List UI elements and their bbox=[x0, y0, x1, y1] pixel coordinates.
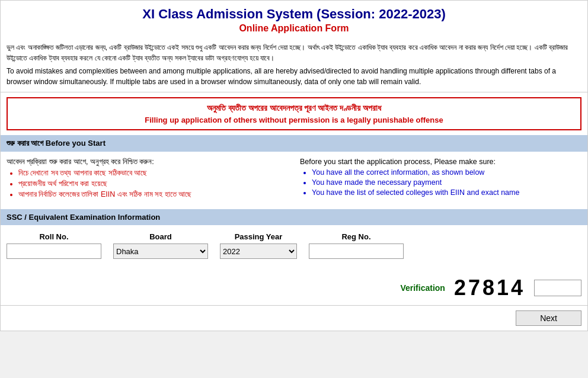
right-items-list: You have all the correct information, as… bbox=[312, 168, 581, 197]
regno-label: Reg No. bbox=[341, 232, 370, 241]
header: XI Class Admission System (Session: 2022… bbox=[1, 1, 587, 37]
warning-box: অনুমতি ব্যতীত অপরের আবেদনপত্র পূরণ আইনত … bbox=[7, 97, 581, 130]
board-select[interactable]: DhakaRajshahiComillaJessoreChittagongBar… bbox=[113, 244, 208, 259]
roll-field: Roll No. bbox=[7, 232, 101, 259]
regno-input[interactable] bbox=[309, 244, 404, 259]
ssc-section-header: SSC / Equivalent Examination Information bbox=[1, 209, 587, 225]
left-intro: আবেদন প্রক্রিয়া শুরু করার আগে, অনুগ্রহ … bbox=[7, 158, 288, 166]
notice-section: ভুল এবং অনাকাঙ্ক্ষিত জটিলতা এড়ানোর জন্য… bbox=[1, 37, 587, 92]
year-label: Passing Year bbox=[235, 232, 283, 241]
board-label: Board bbox=[149, 232, 172, 241]
footer: Next bbox=[1, 305, 587, 331]
before-start-left: আবেদন প্রক্রিয়া শুরু করার আগে, অনুগ্রহ … bbox=[7, 158, 288, 201]
roll-label: Roll No. bbox=[39, 232, 68, 241]
board-field: Board DhakaRajshahiComillaJessoreChittag… bbox=[113, 232, 208, 259]
before-start-right: Before you start the application process… bbox=[300, 158, 581, 201]
captcha-input[interactable] bbox=[534, 280, 581, 296]
warning-english: Filling up application of others without… bbox=[12, 116, 576, 124]
right-item-2: You have made the necessary payment bbox=[312, 178, 581, 187]
year-field: Passing Year 20222021202020192018 bbox=[220, 232, 297, 259]
captcha-display: 27814 bbox=[454, 276, 525, 300]
regno-field: Reg No. bbox=[309, 232, 404, 259]
page-wrapper: XI Class Admission System (Session: 2022… bbox=[0, 0, 588, 331]
verification-label: Verification bbox=[400, 283, 445, 293]
before-start-header: শুরু করার আগে Before you Start bbox=[1, 135, 587, 152]
roll-input[interactable] bbox=[7, 244, 101, 259]
left-item-1: নিচে দেখানো সব তথ্য আপনার কাছে সঠিকভাবে … bbox=[18, 169, 288, 178]
page-title: XI Class Admission System (Session: 2022… bbox=[4, 7, 584, 22]
next-button[interactable]: Next bbox=[516, 310, 581, 326]
left-item-3: আপনার নির্বাচিত কলেজের তালিকা EIIN এবং স… bbox=[18, 190, 288, 199]
verification-area: Verification 27814 bbox=[1, 271, 587, 305]
left-items-list: নিচে দেখানো সব তথ্য আপনার কাছে সঠিকভাবে … bbox=[18, 169, 288, 199]
ssc-form: Roll No. Board DhakaRajshahiComillaJesso… bbox=[1, 225, 587, 271]
warning-bangla: অনুমতি ব্যতীত অপরের আবেদনপত্র পূরণ আইনত … bbox=[12, 103, 576, 113]
right-intro: Before you start the application process… bbox=[300, 158, 581, 166]
notice-bangla: ভুল এবং অনাকাঙ্ক্ষিত জটিলতা এড়ানোর জন্য… bbox=[7, 42, 581, 63]
page-subtitle: Online Application Form bbox=[4, 23, 584, 34]
year-select[interactable]: 20222021202020192018 bbox=[220, 244, 297, 259]
notice-english: To avoid mistakes and complexities betwe… bbox=[7, 66, 581, 87]
before-start-section: আবেদন প্রক্রিয়া শুরু করার আগে, অনুগ্রহ … bbox=[1, 152, 587, 207]
ssc-form-row: Roll No. Board DhakaRajshahiComillaJesso… bbox=[7, 232, 581, 259]
left-item-2: প্রয়োজনীয় অর্থ পরিশোধ করা হয়েছে bbox=[18, 180, 288, 188]
right-item-3: You have the list of selected colleges w… bbox=[312, 188, 581, 197]
right-item-1: You have all the correct information, as… bbox=[312, 168, 581, 177]
